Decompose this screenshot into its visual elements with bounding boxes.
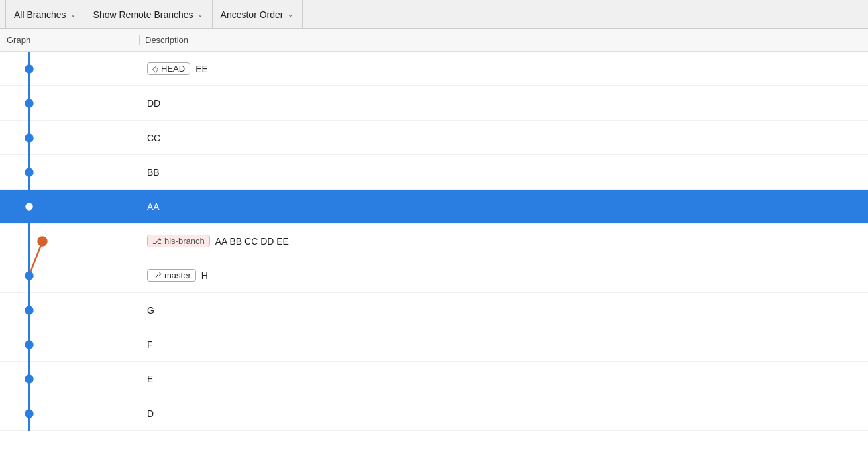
desc-cell: ◇ HEAD EE (139, 62, 868, 75)
ancestor-order-label: Ancestor Order (221, 9, 284, 20)
commit-rows-container: ◇ HEAD EE DD CC BB (0, 52, 868, 431)
commit-message: AA (147, 201, 160, 212)
desc-cell: BB (139, 167, 868, 178)
ancestor-order-dropdown[interactable]: Ancestor Order ⌄ (213, 0, 303, 28)
column-headers: Graph Description (0, 29, 868, 52)
desc-cell: AA (139, 201, 868, 212)
graph-cell (0, 86, 139, 120)
head-tag: ◇ HEAD (147, 62, 190, 75)
commit-message: F (147, 339, 153, 350)
desc-cell: DD (139, 98, 868, 109)
graph-cell (0, 155, 139, 189)
graph-cell (0, 52, 139, 86)
desc-cell: F (139, 339, 868, 350)
graph-cell (0, 293, 139, 327)
all-branches-label: All Branches (14, 9, 66, 20)
commit-message: AA BB CC DD EE (215, 236, 289, 247)
table-row[interactable]: G (0, 293, 868, 327)
table-row[interactable]: ◇ HEAD EE (0, 52, 868, 86)
commit-message: EE (195, 64, 208, 74)
desc-cell: ⎇ his-branch AA BB CC DD EE (139, 235, 868, 247)
graph-cell (0, 362, 139, 396)
table-row[interactable]: ⎇ his-branch AA BB CC DD EE (0, 224, 868, 258)
branch-label: his-branch (164, 236, 205, 246)
table-row[interactable]: F (0, 327, 868, 362)
table-row[interactable]: CC (0, 121, 868, 155)
all-branches-dropdown[interactable]: All Branches ⌄ (5, 0, 85, 28)
ancestor-order-chevron: ⌄ (288, 11, 293, 18)
show-remote-dropdown[interactable]: Show Remote Branches ⌄ (85, 0, 213, 28)
table-row[interactable]: BB (0, 155, 868, 190)
commit-message: H (201, 270, 208, 281)
commit-message: DD (147, 98, 160, 109)
all-branches-chevron: ⌄ (70, 11, 76, 18)
graph-cell (0, 327, 139, 361)
commit-message: BB (147, 167, 160, 178)
head-label: HEAD (161, 64, 185, 74)
desc-cell: ⎇ master H (139, 269, 868, 282)
description-column-header: Description (139, 35, 188, 45)
master-tag: ⎇ master (147, 269, 196, 282)
commit-message: G (147, 305, 154, 315)
toolbar: All Branches ⌄ Show Remote Branches ⌄ An… (0, 0, 868, 29)
graph-cell (0, 121, 139, 154)
desc-cell: D (139, 408, 868, 419)
desc-cell: CC (139, 133, 868, 143)
head-icon: ◇ (152, 64, 158, 74)
graph-cell (0, 258, 139, 292)
commit-message: E (147, 374, 153, 384)
table-row[interactable]: E (0, 362, 868, 396)
graph-cell (0, 190, 139, 223)
master-icon: ⎇ (152, 271, 162, 280)
his-branch-tag: ⎇ his-branch (147, 235, 210, 247)
commit-message: D (147, 408, 154, 419)
commit-message: CC (147, 133, 160, 143)
branch-icon: ⎇ (152, 237, 162, 246)
graph-cell (0, 396, 139, 430)
show-remote-chevron: ⌄ (197, 11, 203, 18)
table-row[interactable]: DD (0, 86, 868, 121)
master-label: master (164, 270, 191, 280)
table-row[interactable]: D (0, 396, 868, 431)
graph-cell (0, 224, 139, 258)
graph-column-header: Graph (0, 35, 139, 45)
commit-list: ◇ HEAD EE DD CC BB (0, 52, 868, 456)
desc-cell: E (139, 374, 868, 384)
show-remote-label: Show Remote Branches (93, 9, 193, 20)
table-row[interactable]: ⎇ master H (0, 258, 868, 293)
table-row[interactable]: AA (0, 190, 868, 224)
desc-cell: G (139, 305, 868, 315)
